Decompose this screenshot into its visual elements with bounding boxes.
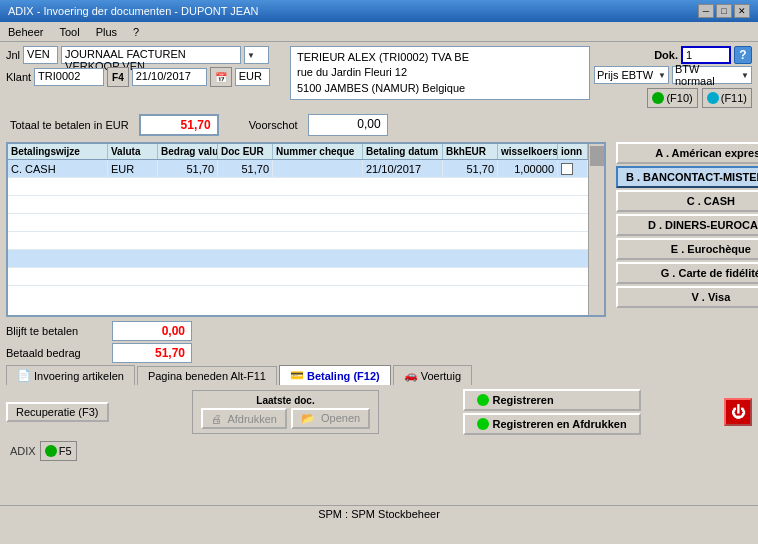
status-text: SPM : SPM Stockbeheer [318, 508, 440, 520]
header-nummer: Nummer cheque [273, 144, 363, 159]
currency-field[interactable]: EUR [235, 68, 270, 86]
f10-f11-row: (F10) (F11) [647, 88, 752, 108]
menu-beheer[interactable]: Beheer [4, 25, 47, 39]
menu-tool[interactable]: Tool [55, 25, 83, 39]
header-datum: Betaling datum [363, 144, 443, 159]
payment-table: Betalingswijze Valuta Bedrag valuta Doc … [6, 142, 606, 317]
adix-row: ADIX F5 [10, 441, 77, 461]
cell-datum: 21/10/2017 [363, 160, 443, 177]
table-row[interactable]: C. CASH EUR 51,70 51,70 21/10/2017 51,70… [8, 160, 604, 178]
close-button[interactable]: ✕ [734, 4, 750, 18]
totaal-label: Totaal te betalen in EUR [10, 119, 129, 131]
table-header: Betalingswijze Valuta Bedrag valuta Doc … [8, 144, 604, 160]
tab-pagina-label: Pagina beneden Alt-F11 [148, 370, 266, 382]
btn-visa[interactable]: V . Visa [616, 286, 758, 308]
green-dot2-icon [477, 418, 489, 430]
registreer-section: Registreren Registreren en Afdrukken [463, 389, 641, 435]
jnl-desc-field[interactable]: JOURNAAL FACTUREN VERKOOP VEN [61, 46, 241, 64]
tab-betaling-icon: 💳 [290, 369, 304, 382]
klant-group: Klant TRI0002 F4 21/10/2017 📅 EUR [6, 67, 286, 87]
tab-voertuig-icon: 🚗 [404, 369, 418, 382]
table-row[interactable] [8, 250, 604, 268]
calendar-button[interactable]: 📅 [210, 67, 232, 87]
table-row[interactable] [8, 232, 604, 250]
f4-button[interactable]: F4 [107, 67, 129, 87]
tab-voertuig[interactable]: 🚗 Voertuig [393, 365, 472, 385]
maximize-button[interactable]: □ [716, 4, 732, 18]
status-bar: SPM : SPM Stockbeheer [0, 505, 758, 522]
f10-icon [652, 92, 664, 104]
jnl-code-field[interactable]: VEN [23, 46, 58, 64]
green-dot-icon [477, 394, 489, 406]
f5-button[interactable]: F5 [40, 441, 77, 461]
date-field[interactable]: 21/10/2017 [132, 68, 207, 86]
betaald-field[interactable]: 51,70 [112, 343, 192, 363]
blijft-label: Blijft te betalen [6, 325, 106, 337]
header-valuta: Valuta [108, 144, 158, 159]
tab-invoering[interactable]: 📄 Invoering artikelen [6, 365, 135, 385]
prijs-dropdown[interactable]: Prijs EBTW ▼ [594, 66, 669, 84]
table-row[interactable] [8, 214, 604, 232]
betaald-label: Betaald bedrag [6, 347, 106, 359]
menu-help[interactable]: ? [129, 25, 143, 39]
menu-plus[interactable]: Plus [92, 25, 121, 39]
header-ionn: ionn [558, 144, 588, 159]
jnl-group: Jnl VEN JOURNAAL FACTUREN VERKOOP VEN ▼ [6, 46, 286, 64]
customer-name: TERIEUR ALEX (TRI0002) TVA BE [297, 50, 583, 65]
exit-button[interactable]: ⏻ [724, 398, 752, 426]
blijft-field[interactable]: 0,00 [112, 321, 192, 341]
printer-icon: 🖨 [211, 413, 222, 425]
customer-city: 5100 JAMBES (NAMUR) Belgique [297, 81, 583, 96]
btn-carte-fidelite[interactable]: G . Carte de fidélité [616, 262, 758, 284]
table-row[interactable] [8, 268, 604, 286]
bottom-row: Recuperatie (F3) Laatste doc. 🖨 Afdrukke… [6, 389, 752, 435]
dok-section: Dok. 1 ? Prijs EBTW ▼ BTW normaal ▼ [594, 46, 752, 108]
laatste-doc-section: Laatste doc. 🖨 Afdrukken 📂 Openen [192, 390, 379, 434]
jnl-dropdown[interactable]: ▼ [244, 46, 269, 64]
table-scrollbar[interactable] [588, 144, 604, 315]
btn-bancontact[interactable]: B . BANCONTACT-MISTERCASH [616, 166, 758, 188]
voorschot-label: Voorschot [249, 119, 298, 131]
table-row[interactable] [8, 178, 604, 196]
btn-diners[interactable]: D . DINERS-EUROCARD [616, 214, 758, 236]
minimize-button[interactable]: ─ [698, 4, 714, 18]
cell-valuta: EUR [108, 160, 158, 177]
klant-field[interactable]: TRI0002 [34, 68, 104, 86]
btn-cash[interactable]: C . CASH [616, 190, 758, 212]
dok-label: Dok. [654, 49, 678, 61]
title-text: ADIX - Invoering der documenten - DUPONT… [8, 5, 258, 17]
cell-doc-eur: 51,70 [218, 160, 273, 177]
top-row: Jnl VEN JOURNAAL FACTUREN VERKOOP VEN ▼ … [6, 46, 752, 108]
btn-eurocheque[interactable]: E . Eurochèque [616, 238, 758, 260]
right-payment-buttons: A . Américan express B . BANCONTACT-MIST… [616, 142, 758, 365]
header-bedrag: Bedrag valuta [158, 144, 218, 159]
tab-betaling-label: Betaling (F12) [307, 370, 380, 382]
f11-button[interactable]: (F11) [702, 88, 752, 108]
cell-bedrag: 51,70 [158, 160, 218, 177]
totaal-value: 51,70 [139, 114, 219, 136]
table-row[interactable] [8, 196, 604, 214]
btw-dropdown[interactable]: BTW normaal ▼ [672, 66, 752, 84]
cell-nummer [273, 160, 363, 177]
tab-betaling[interactable]: 💳 Betaling (F12) [279, 365, 391, 385]
openen-button[interactable]: 📂 Openen [291, 408, 370, 429]
tab-voertuig-label: Voertuig [421, 370, 461, 382]
afdrukken-button[interactable]: 🖨 Afdrukken [201, 408, 287, 429]
header-wissel: wisselkoers [498, 144, 558, 159]
help-button[interactable]: ? [734, 46, 752, 64]
voorschot-value[interactable]: 0,00 [308, 114, 388, 136]
laatste-doc-title: Laatste doc. [201, 395, 370, 406]
tab-pagina-beneden[interactable]: Pagina beneden Alt-F11 [137, 366, 277, 385]
header-betalingswijze: Betalingswijze [8, 144, 108, 159]
f10-button[interactable]: (F10) [647, 88, 697, 108]
adix-label: ADIX [10, 445, 36, 457]
main-content: Jnl VEN JOURNAAL FACTUREN VERKOOP VEN ▼ … [0, 42, 758, 467]
cell-wissel: 1,00000 [498, 160, 558, 177]
registreren-afdrukken-button[interactable]: Registreren en Afdrukken [463, 413, 641, 435]
registreren-button[interactable]: Registreren [463, 389, 641, 411]
tab-invoering-label: Invoering artikelen [34, 370, 124, 382]
dok-number-field[interactable]: 1 [681, 46, 731, 64]
recuperatie-button[interactable]: Recuperatie (F3) [6, 402, 109, 422]
totaal-row: Totaal te betalen in EUR 51,70 Voorschot… [6, 112, 752, 138]
btn-american-express[interactable]: A . Américan express [616, 142, 758, 164]
